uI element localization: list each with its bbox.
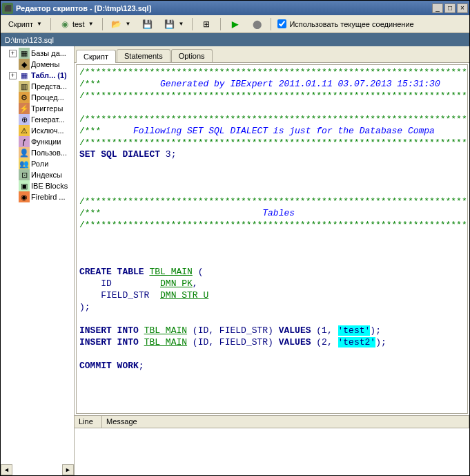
open-button[interactable]: 📂▼ xyxy=(106,17,136,32)
dropdown-arrow-icon: ▼ xyxy=(37,21,42,27)
stop-icon: ⬤ xyxy=(251,19,262,30)
separator xyxy=(192,18,193,30)
tree-icon: ⊞ xyxy=(201,19,212,30)
tree-item-generators[interactable]: ⊕Генерат... xyxy=(2,114,72,125)
view-icon: ▥ xyxy=(19,81,30,92)
tree-item-domains[interactable]: ◆Домены xyxy=(2,59,72,70)
tab-statements[interactable]: Statements xyxy=(117,49,170,62)
code-editor[interactable]: /***************************************… xyxy=(77,65,467,373)
play-icon: ▶ xyxy=(229,19,240,30)
domain-icon: ◆ xyxy=(19,59,30,70)
separator xyxy=(220,18,221,30)
function-icon: ƒ xyxy=(19,136,30,147)
tree-item-functions[interactable]: ƒФункции xyxy=(2,136,72,147)
folder-open-icon: 📂 xyxy=(111,19,122,30)
dropdown-arrow-icon: ▼ xyxy=(179,21,184,27)
save-icon: 💾 xyxy=(142,19,153,30)
scroll-right-button[interactable]: ► xyxy=(62,464,74,475)
firebird-icon: ◉ xyxy=(19,191,30,202)
dropdown-arrow-icon: ▼ xyxy=(126,21,131,27)
messages-panel: Line Message xyxy=(75,415,469,475)
editor-tabs: Скрипт Statements Options xyxy=(75,46,469,63)
tree-item-procedures[interactable]: ⚙Процед... xyxy=(2,92,72,103)
maximize-button[interactable]: □ xyxy=(444,3,456,13)
close-button[interactable]: × xyxy=(457,3,468,13)
database-icon: ▦ xyxy=(19,48,30,59)
expand-icon[interactable]: + xyxy=(9,72,17,79)
tree-item-triggers[interactable]: ⚡Триггеры xyxy=(2,103,72,114)
tree-item-indexes[interactable]: ⊡Индексы xyxy=(2,169,72,180)
checkbox-input[interactable] xyxy=(277,19,286,28)
minimize-button[interactable]: _ xyxy=(432,3,443,13)
column-line[interactable]: Line xyxy=(75,416,102,428)
trigger-icon: ⚡ xyxy=(19,103,30,114)
use-current-connection-checkbox[interactable]: Использовать текущее соединение xyxy=(277,19,413,28)
tree-item-views[interactable]: ▥Предста... xyxy=(2,81,72,92)
script-editor-window: ⬛ Редактор скриптов - [D:\tmp\123.sql] _… xyxy=(0,0,470,476)
app-icon: ⬛ xyxy=(2,3,13,14)
object-tree: +▦Базы да... ◆Домены +▦Табл... (1) ▥Пред… xyxy=(1,46,74,204)
tree-item-tables[interactable]: +▦Табл... (1) xyxy=(2,70,72,81)
exception-icon: ⚠ xyxy=(19,125,30,136)
role-icon: 👥 xyxy=(19,158,30,169)
script-menu-button[interactable]: Скрипт▼ xyxy=(3,17,47,32)
toolbar: Скрипт▼ ◉ test▼ 📂▼ 💾 💾▼ ⊞ ▶ ⬤ Использова… xyxy=(1,15,469,33)
tab-script[interactable]: Скрипт xyxy=(76,50,116,63)
tree-item-ibe-blocks[interactable]: ▣IBE Blocks xyxy=(2,180,72,191)
titlebar: ⬛ Редактор скриптов - [D:\tmp\123.sql] _… xyxy=(1,1,469,15)
path-bar: D:\tmp\123.sql xyxy=(1,33,469,46)
tree-item-exceptions[interactable]: ⚠Исключ... xyxy=(2,125,72,136)
save-icon: 💾 xyxy=(164,19,175,30)
database-icon: ◉ xyxy=(59,19,70,30)
editor-area: Скрипт Statements Options /*************… xyxy=(75,46,469,475)
generator-icon: ⊕ xyxy=(19,114,30,125)
tree-item-users[interactable]: 👤Пользов... xyxy=(2,147,72,158)
user-icon: 👤 xyxy=(19,147,30,158)
block-icon: ▣ xyxy=(19,180,30,191)
run-button[interactable]: ▶ xyxy=(224,17,245,32)
tree-item-firebird[interactable]: ◉Firebird ... xyxy=(2,191,72,202)
messages-header: Line Message xyxy=(75,416,469,428)
expand-icon[interactable]: + xyxy=(9,50,17,57)
content-area: +▦Базы да... ◆Домены +▦Табл... (1) ▥Пред… xyxy=(1,46,469,475)
tab-options[interactable]: Options xyxy=(171,49,213,62)
tree-item-roles[interactable]: 👥Роли xyxy=(2,158,72,169)
file-path: D:\tmp\123.sql xyxy=(5,36,54,44)
window-title: Редактор скриптов - [D:\tmp\123.sql] xyxy=(16,4,431,12)
separator xyxy=(102,18,103,30)
connection-dropdown[interactable]: ◉ test▼ xyxy=(55,17,99,32)
procedure-icon: ⚙ xyxy=(19,92,30,103)
stop-button[interactable]: ⬤ xyxy=(246,17,267,32)
code-scroll-area[interactable]: /***************************************… xyxy=(77,65,467,413)
save-as-button[interactable]: 💾▼ xyxy=(159,17,189,32)
separator xyxy=(271,18,271,30)
separator xyxy=(50,18,51,30)
sidebar-tree: +▦Базы да... ◆Домены +▦Табл... (1) ▥Пред… xyxy=(1,46,75,475)
tree-item-databases[interactable]: +▦Базы да... xyxy=(2,48,72,59)
dropdown-arrow-icon: ▼ xyxy=(88,21,94,27)
index-icon: ⊡ xyxy=(19,169,30,180)
tree-toggle-button[interactable]: ⊞ xyxy=(196,17,217,32)
messages-body[interactable] xyxy=(75,428,469,475)
code-editor-panel: /***************************************… xyxy=(76,64,468,414)
save-button[interactable]: 💾 xyxy=(137,17,158,32)
table-icon: ▦ xyxy=(19,70,30,81)
scroll-left-button[interactable]: ◄ xyxy=(1,464,12,475)
column-message[interactable]: Message xyxy=(102,416,469,428)
